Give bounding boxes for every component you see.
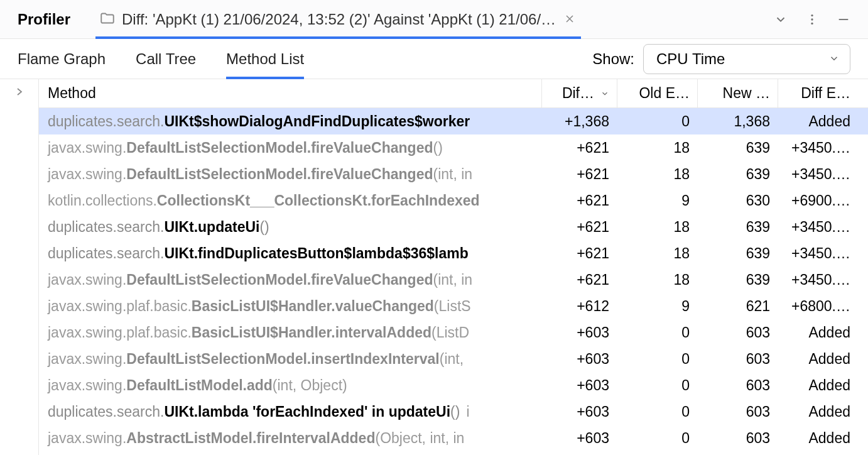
method-package: javax.swing. (48, 271, 126, 288)
col-diffe[interactable]: Diff E… (778, 79, 858, 107)
diff-cell: +621 (541, 240, 617, 266)
chevron-down-icon[interactable] (774, 13, 788, 26)
tab-method-list[interactable]: Method List (226, 39, 304, 79)
method-name: AbstractListModel.fireIntervalAdded (126, 430, 375, 447)
new-cell: 621 (697, 293, 778, 319)
col-method[interactable]: Method (39, 79, 541, 107)
diff-cell: +1,368 (541, 108, 617, 134)
svg-point-2 (811, 14, 813, 16)
method-package: javax.swing. (48, 166, 126, 183)
method-package: javax.swing. (48, 377, 126, 394)
view-tabs: Flame Graph Call Tree Method List (18, 39, 304, 79)
table-header: Method Dif… Old E… New … Diff E… (39, 79, 868, 108)
method-cell: javax.swing.plaf.basic.BasicListUI$Handl… (39, 319, 541, 346)
method-signature: (int, in (433, 271, 472, 288)
table-row[interactable]: duplicates.search.UIKt.lambda 'forEachIn… (39, 398, 868, 425)
method-package: duplicates.search. (48, 403, 164, 420)
table-row[interactable]: javax.swing.plaf.basic.BasicListUI$Handl… (39, 293, 868, 319)
old-cell: 18 (617, 266, 697, 293)
diffe-cell: Added (778, 398, 858, 425)
method-name: BasicListUI$Handler.intervalAdded (192, 324, 431, 341)
old-cell: 0 (617, 398, 697, 425)
table-row[interactable]: javax.swing.DefaultListSelectionModel.fi… (39, 161, 868, 187)
table-row[interactable]: javax.swing.DefaultListSelectionModel.fi… (39, 266, 868, 293)
new-cell: 639 (697, 240, 778, 266)
col-diff-label: Dif… (562, 85, 594, 102)
new-cell: 1,368 (697, 108, 778, 134)
method-cell: javax.swing.plaf.basic.BasicListUI$Handl… (39, 293, 541, 319)
diffe-cell: +3450.… (778, 266, 858, 293)
show-select-value: CPU Time (656, 50, 725, 68)
old-cell: 18 (617, 214, 697, 240)
diffe-cell: +3450.… (778, 134, 858, 161)
document-tab-diff[interactable]: Diff: 'AppKt (1) 21/06/2024, 13:52 (2)' … (95, 0, 581, 39)
new-cell: 603 (697, 425, 778, 451)
method-cell: javax.swing.AbstractListModel.fireInterv… (39, 425, 541, 451)
table-row[interactable]: javax.swing.AbstractListModel.fireInterv… (39, 425, 868, 451)
view-tabs-row: Flame Graph Call Tree Method List Show: … (0, 39, 868, 79)
old-cell: 18 (617, 134, 697, 161)
tree-gutter[interactable] (0, 79, 39, 455)
new-cell: 603 (697, 319, 778, 346)
table-row[interactable]: duplicates.search.UIKt.findDuplicatesBut… (39, 240, 868, 266)
new-cell: 603 (697, 372, 778, 398)
old-cell: 18 (617, 161, 697, 187)
tab-flame-graph[interactable]: Flame Graph (18, 39, 106, 79)
diff-cell: +603 (541, 319, 617, 346)
tab-call-tree[interactable]: Call Tree (136, 39, 196, 79)
show-select[interactable]: CPU Time (643, 44, 850, 74)
method-name: DefaultListSelectionModel.insertIndexInt… (126, 351, 439, 368)
old-cell: 18 (617, 240, 697, 266)
table-row[interactable]: javax.swing.DefaultListSelectionModel.in… (39, 346, 868, 372)
diffe-cell: Added (778, 425, 858, 451)
method-cell: javax.swing.DefaultListSelectionModel.in… (39, 346, 541, 372)
document-tab-strip: Diff: 'AppKt (1) 21/06/2024, 13:52 (2)' … (95, 0, 774, 39)
minimize-icon[interactable] (837, 13, 850, 26)
chevron-down-icon (828, 50, 840, 68)
table-row[interactable]: javax.swing.plaf.basic.BasicListUI$Handl… (39, 319, 868, 346)
diffe-cell: Added (778, 346, 858, 372)
diff-cell: +621 (541, 266, 617, 293)
col-old[interactable]: Old E… (617, 79, 697, 107)
old-cell: 9 (617, 187, 697, 214)
col-new[interactable]: New … (697, 79, 778, 107)
old-cell: 0 (617, 108, 697, 134)
new-cell: 639 (697, 214, 778, 240)
col-method-label: Method (48, 85, 96, 102)
method-cell: duplicates.search.UIKt.lambda 'forEachIn… (39, 398, 541, 425)
method-signature: (int, Object) (273, 377, 347, 394)
new-cell: 603 (697, 398, 778, 425)
method-cell: kotlin.collections.CollectionsKt___Colle… (39, 187, 541, 214)
table-row[interactable]: kotlin.collections.CollectionsKt___Colle… (39, 187, 868, 214)
new-cell: 639 (697, 266, 778, 293)
table-row[interactable]: javax.swing.DefaultListModel.add(int, Ob… (39, 372, 868, 398)
more-vertical-icon[interactable] (805, 13, 819, 26)
sort-desc-icon (600, 85, 609, 102)
method-cell: duplicates.search.UIKt.updateUi() (39, 214, 541, 240)
old-cell: 9 (617, 293, 697, 319)
table-row[interactable]: duplicates.search.UIKt.updateUi()+621186… (39, 214, 868, 240)
method-cell: javax.swing.DefaultListSelectionModel.fi… (39, 161, 541, 187)
method-name: CollectionsKt___CollectionsKt.forEachInd… (157, 192, 480, 209)
method-name: DefaultListSelectionModel.fireValueChang… (126, 140, 433, 156)
close-tab-icon[interactable] (565, 13, 575, 26)
diff-cell: +603 (541, 398, 617, 425)
col-diff[interactable]: Dif… (541, 79, 617, 107)
method-name: UIKt.findDuplicatesButton$lambda$36$lamb (164, 245, 468, 262)
old-cell: 0 (617, 372, 697, 398)
old-cell: 0 (617, 346, 697, 372)
method-name: DefaultListModel.add (126, 377, 273, 394)
new-cell: 639 (697, 161, 778, 187)
method-name: UIKt.lambda 'forEachIndexed' in updateUi (164, 403, 450, 420)
method-package: duplicates.search. (48, 219, 164, 236)
new-cell: 639 (697, 134, 778, 161)
diff-cell: +603 (541, 346, 617, 372)
table-row[interactable]: duplicates.search.UIKt$showDialogAndFind… (39, 108, 868, 134)
method-cell: javax.swing.DefaultListModel.add(int, Ob… (39, 372, 541, 398)
diffe-cell: +3450.… (778, 214, 858, 240)
method-table: Method Dif… Old E… New … Diff E… duplica… (39, 79, 868, 455)
method-package: duplicates.search. (48, 113, 164, 130)
table-row[interactable]: javax.swing.DefaultListSelectionModel.fi… (39, 134, 868, 161)
method-trailing: i (466, 403, 469, 420)
diff-cell: +603 (541, 372, 617, 398)
